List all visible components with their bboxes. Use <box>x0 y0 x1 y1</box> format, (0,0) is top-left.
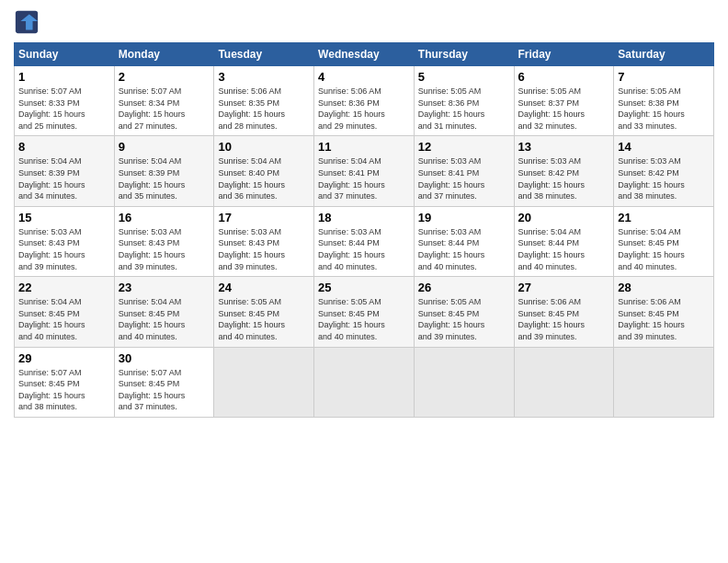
calendar-cell: 3Sunrise: 5:06 AM Sunset: 8:35 PM Daylig… <box>214 66 314 136</box>
calendar-cell: 12Sunrise: 5:03 AM Sunset: 8:41 PM Dayli… <box>414 136 514 206</box>
day-info: Sunrise: 5:06 AM Sunset: 8:45 PM Dayligh… <box>618 296 710 342</box>
day-number: 3 <box>218 70 310 84</box>
calendar-cell: 22Sunrise: 5:04 AM Sunset: 8:45 PM Dayli… <box>15 277 115 347</box>
calendar-cell: 20Sunrise: 5:04 AM Sunset: 8:44 PM Dayli… <box>514 206 614 276</box>
day-info: Sunrise: 5:03 AM Sunset: 8:43 PM Dayligh… <box>119 226 210 272</box>
day-number: 12 <box>418 140 510 154</box>
calendar-cell: 8Sunrise: 5:04 AM Sunset: 8:39 PM Daylig… <box>15 136 115 206</box>
calendar-cell: 5Sunrise: 5:05 AM Sunset: 8:36 PM Daylig… <box>414 66 514 136</box>
day-number: 19 <box>418 211 510 224</box>
day-info: Sunrise: 5:05 AM Sunset: 8:45 PM Dayligh… <box>318 296 410 342</box>
day-info: Sunrise: 5:03 AM Sunset: 8:43 PM Dayligh… <box>18 226 110 272</box>
calendar-week-row: 22Sunrise: 5:04 AM Sunset: 8:45 PM Dayli… <box>15 277 714 347</box>
calendar-cell: 17Sunrise: 5:03 AM Sunset: 8:43 PM Dayli… <box>214 206 314 276</box>
day-info: Sunrise: 5:06 AM Sunset: 8:45 PM Dayligh… <box>518 296 610 342</box>
calendar-cell: 23Sunrise: 5:04 AM Sunset: 8:45 PM Dayli… <box>114 277 214 347</box>
day-info: Sunrise: 5:05 AM Sunset: 8:36 PM Dayligh… <box>418 86 510 132</box>
day-info: Sunrise: 5:05 AM Sunset: 8:45 PM Dayligh… <box>418 296 510 342</box>
weekday-header-cell: Sunday <box>15 43 115 66</box>
day-info: Sunrise: 5:04 AM Sunset: 8:45 PM Dayligh… <box>618 226 710 272</box>
day-info: Sunrise: 5:03 AM Sunset: 8:44 PM Dayligh… <box>318 226 410 272</box>
day-info: Sunrise: 5:04 AM Sunset: 8:45 PM Dayligh… <box>18 296 110 342</box>
calendar-cell: 13Sunrise: 5:03 AM Sunset: 8:42 PM Dayli… <box>514 136 614 206</box>
day-number: 22 <box>18 281 110 294</box>
calendar-cell: 24Sunrise: 5:05 AM Sunset: 8:45 PM Dayli… <box>214 277 314 347</box>
day-number: 27 <box>518 281 610 294</box>
weekday-header-cell: Thursday <box>414 43 514 66</box>
calendar-week-row: 8Sunrise: 5:04 AM Sunset: 8:39 PM Daylig… <box>15 136 714 206</box>
calendar-cell: 27Sunrise: 5:06 AM Sunset: 8:45 PM Dayli… <box>514 277 614 347</box>
weekday-header-cell: Monday <box>114 43 214 66</box>
day-number: 11 <box>318 140 410 154</box>
day-number: 26 <box>418 281 510 294</box>
day-info: Sunrise: 5:03 AM Sunset: 8:44 PM Dayligh… <box>418 226 510 272</box>
day-info: Sunrise: 5:04 AM Sunset: 8:40 PM Dayligh… <box>218 155 310 201</box>
day-number: 29 <box>18 351 110 365</box>
weekday-header-cell: Tuesday <box>214 43 314 66</box>
day-number: 5 <box>418 70 510 84</box>
day-number: 15 <box>18 211 110 224</box>
day-number: 18 <box>318 211 410 224</box>
calendar-cell <box>314 347 415 417</box>
day-number: 7 <box>618 70 710 84</box>
day-info: Sunrise: 5:05 AM Sunset: 8:45 PM Dayligh… <box>218 296 310 342</box>
day-number: 10 <box>218 140 310 154</box>
calendar-week-row: 15Sunrise: 5:03 AM Sunset: 8:43 PM Dayli… <box>15 206 714 276</box>
calendar-cell: 6Sunrise: 5:05 AM Sunset: 8:37 PM Daylig… <box>514 66 614 136</box>
day-info: Sunrise: 5:05 AM Sunset: 8:37 PM Dayligh… <box>518 86 610 132</box>
day-number: 23 <box>119 281 210 294</box>
day-info: Sunrise: 5:04 AM Sunset: 8:39 PM Dayligh… <box>18 155 110 201</box>
day-info: Sunrise: 5:06 AM Sunset: 8:35 PM Dayligh… <box>218 86 310 132</box>
day-number: 24 <box>218 281 310 294</box>
day-number: 1 <box>18 70 110 84</box>
weekday-header-cell: Saturday <box>614 43 714 66</box>
day-number: 21 <box>618 211 710 224</box>
calendar-cell: 11Sunrise: 5:04 AM Sunset: 8:41 PM Dayli… <box>314 136 415 206</box>
calendar-cell: 2Sunrise: 5:07 AM Sunset: 8:34 PM Daylig… <box>114 66 214 136</box>
calendar-cell: 7Sunrise: 5:05 AM Sunset: 8:38 PM Daylig… <box>614 66 714 136</box>
calendar-cell: 21Sunrise: 5:04 AM Sunset: 8:45 PM Dayli… <box>614 206 714 276</box>
calendar-cell: 9Sunrise: 5:04 AM Sunset: 8:39 PM Daylig… <box>114 136 214 206</box>
header <box>14 9 714 35</box>
day-info: Sunrise: 5:04 AM Sunset: 8:41 PM Dayligh… <box>318 155 410 201</box>
day-number: 6 <box>518 70 610 84</box>
day-info: Sunrise: 5:03 AM Sunset: 8:42 PM Dayligh… <box>518 155 610 201</box>
day-info: Sunrise: 5:03 AM Sunset: 8:43 PM Dayligh… <box>218 226 310 272</box>
day-info: Sunrise: 5:04 AM Sunset: 8:44 PM Dayligh… <box>518 226 610 272</box>
logo <box>14 9 43 35</box>
day-number: 9 <box>119 140 210 154</box>
calendar-week-row: 1Sunrise: 5:07 AM Sunset: 8:33 PM Daylig… <box>15 66 714 136</box>
day-info: Sunrise: 5:07 AM Sunset: 8:45 PM Dayligh… <box>18 367 110 413</box>
calendar-cell: 10Sunrise: 5:04 AM Sunset: 8:40 PM Dayli… <box>214 136 314 206</box>
day-number: 30 <box>119 351 210 365</box>
calendar-cell: 18Sunrise: 5:03 AM Sunset: 8:44 PM Dayli… <box>314 206 415 276</box>
calendar-cell <box>614 347 714 417</box>
calendar-cell: 30Sunrise: 5:07 AM Sunset: 8:45 PM Dayli… <box>114 347 214 417</box>
calendar-cell: 25Sunrise: 5:05 AM Sunset: 8:45 PM Dayli… <box>314 277 415 347</box>
day-number: 17 <box>218 211 310 224</box>
weekday-header-row: SundayMondayTuesdayWednesdayThursdayFrid… <box>15 43 714 66</box>
calendar-cell: 4Sunrise: 5:06 AM Sunset: 8:36 PM Daylig… <box>314 66 415 136</box>
day-number: 25 <box>318 281 410 294</box>
day-number: 16 <box>119 211 210 224</box>
calendar-cell: 29Sunrise: 5:07 AM Sunset: 8:45 PM Dayli… <box>15 347 115 417</box>
calendar-week-row: 29Sunrise: 5:07 AM Sunset: 8:45 PM Dayli… <box>15 347 714 417</box>
weekday-header-cell: Friday <box>514 43 614 66</box>
calendar-cell: 14Sunrise: 5:03 AM Sunset: 8:42 PM Dayli… <box>614 136 714 206</box>
day-number: 4 <box>318 70 410 84</box>
calendar-cell: 28Sunrise: 5:06 AM Sunset: 8:45 PM Dayli… <box>614 277 714 347</box>
calendar-cell: 15Sunrise: 5:03 AM Sunset: 8:43 PM Dayli… <box>15 206 115 276</box>
calendar-cell <box>214 347 314 417</box>
day-number: 14 <box>618 140 710 154</box>
weekday-header-cell: Wednesday <box>314 43 415 66</box>
day-info: Sunrise: 5:07 AM Sunset: 8:33 PM Dayligh… <box>18 86 110 132</box>
calendar-cell: 16Sunrise: 5:03 AM Sunset: 8:43 PM Dayli… <box>114 206 214 276</box>
calendar-table: SundayMondayTuesdayWednesdayThursdayFrid… <box>14 42 714 418</box>
calendar-cell: 1Sunrise: 5:07 AM Sunset: 8:33 PM Daylig… <box>15 66 115 136</box>
day-info: Sunrise: 5:03 AM Sunset: 8:42 PM Dayligh… <box>618 155 710 201</box>
calendar-cell: 19Sunrise: 5:03 AM Sunset: 8:44 PM Dayli… <box>414 206 514 276</box>
day-info: Sunrise: 5:04 AM Sunset: 8:45 PM Dayligh… <box>119 296 210 342</box>
day-info: Sunrise: 5:05 AM Sunset: 8:38 PM Dayligh… <box>618 86 710 132</box>
calendar-body: 1Sunrise: 5:07 AM Sunset: 8:33 PM Daylig… <box>15 66 714 418</box>
day-number: 13 <box>518 140 610 154</box>
